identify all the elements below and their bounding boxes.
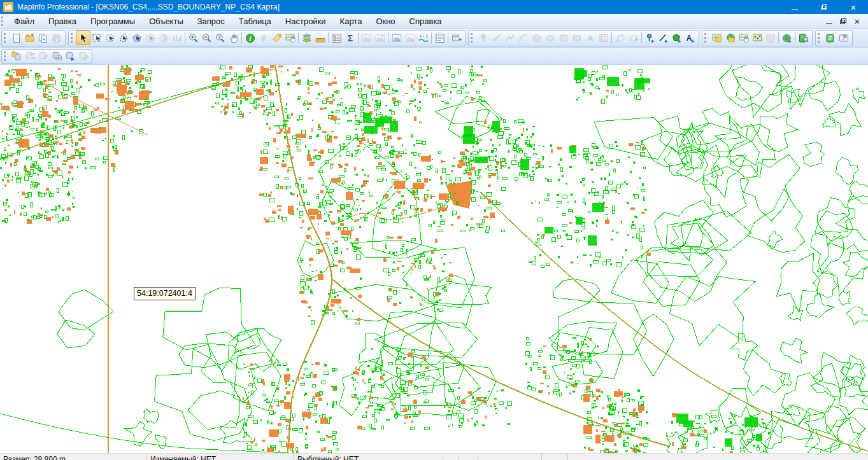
projection-button[interactable]: [780, 31, 793, 45]
mdi-restore-icon: [840, 18, 846, 24]
menu-objects[interactable]: Объекты: [142, 15, 190, 28]
toolbar-separator: [641, 32, 642, 43]
chart-icon: [752, 33, 762, 43]
polyline-tool: [503, 31, 516, 45]
catalog-search-button[interactable]: [797, 31, 810, 45]
drawing-toolbar: AA: [468, 30, 699, 46]
select-tool[interactable]: [76, 31, 90, 45]
menu-file[interactable]: Файл: [7, 15, 41, 28]
radius-select-tool[interactable]: [103, 31, 117, 45]
new-table-button[interactable]: [10, 31, 23, 45]
open-table-tool[interactable]: [710, 31, 723, 45]
close-button[interactable]: ×: [839, 0, 868, 14]
drawing-toolbar-grip[interactable]: [471, 33, 474, 43]
zoom-out-tool[interactable]: [200, 31, 213, 45]
scale-bar-button[interactable]: 15: [416, 31, 430, 45]
symbol-style-button[interactable]: [643, 31, 657, 45]
notes-icon: [825, 33, 836, 43]
sel-graph-icon: [172, 33, 182, 43]
toolbar-separator: [448, 32, 448, 43]
map-window[interactable]: 54:19:072401:4: [0, 65, 868, 453]
zoom-in-tool[interactable]: [187, 31, 200, 45]
layer-control-button[interactable]: [300, 31, 313, 45]
window-title: MapInfo Professional - [OKSN06_CS4,...,S…: [17, 3, 280, 11]
tag-icon: [272, 33, 282, 43]
mdi-restore-button[interactable]: [839, 17, 848, 25]
menu-edit[interactable]: Правка: [41, 15, 83, 28]
minimize-button[interactable]: [780, 0, 809, 14]
menu-options[interactable]: Настройки: [278, 15, 333, 28]
menu-help[interactable]: Справка: [402, 15, 449, 28]
map-hand2-icon: [739, 33, 749, 43]
ruler-tool[interactable]: [313, 31, 327, 45]
menu-programs[interactable]: Программы: [83, 15, 142, 28]
assign-selected-objects-button: [373, 31, 387, 45]
legend-button[interactable]: [330, 31, 343, 45]
rounded-rectangle-tool: [570, 31, 583, 45]
refresh-dbms-button: [23, 50, 36, 63]
standard-toolbar-grip[interactable]: [4, 33, 7, 43]
sel-bound-icon: [132, 33, 142, 43]
tools-toolbar-grip[interactable]: [818, 33, 821, 43]
clip-region-toggle[interactable]: [390, 31, 403, 45]
label-tool[interactable]: [270, 31, 283, 45]
new-district-window-button[interactable]: [450, 31, 463, 45]
rectangle-tool: [557, 31, 570, 45]
open-web-service-tool[interactable]: [723, 31, 737, 45]
text-style-button[interactable]: A: [683, 31, 697, 45]
hand-icon: [229, 33, 239, 43]
st-text-icon: A: [685, 33, 695, 43]
clip-set-icon: [405, 33, 415, 43]
change-zoom-tool[interactable]: ?: [213, 31, 227, 45]
sel-invert-icon: [159, 33, 169, 43]
create-points-tool[interactable]: [750, 31, 764, 45]
zoom-in-icon: [189, 33, 199, 43]
svg-text:A: A: [587, 34, 594, 43]
poly-icon: [532, 33, 542, 43]
arc-icon: [518, 33, 529, 43]
toolbar-separator: [795, 32, 795, 43]
mapinfo-app-icon: [3, 2, 13, 12]
menu-query[interactable]: Запрос: [190, 15, 232, 28]
mdi-close-button[interactable]: ×: [853, 17, 862, 25]
boundary-select-tool[interactable]: [130, 31, 143, 45]
st-poly-icon: [672, 33, 682, 43]
add-node-button: [627, 31, 640, 45]
print-button: [50, 31, 63, 45]
line-style-button[interactable]: [657, 31, 670, 45]
menu-map[interactable]: Карта: [333, 15, 369, 28]
pan-tool[interactable]: [227, 31, 240, 45]
graph-select-tool: [170, 31, 183, 45]
open-dbms-table-tool[interactable]: [737, 31, 750, 45]
application-window: MapInfo Professional - [OKSN06_CS4,...,S…: [0, 0, 868, 460]
mdi-minimize-button[interactable]: [825, 17, 834, 25]
dbms-connection-button[interactable]: [63, 50, 76, 63]
dbms-toolbar-grip[interactable]: [4, 52, 7, 61]
polygon-tool: [530, 31, 543, 45]
region-style-button[interactable]: [670, 31, 683, 45]
main-toolbar-grip[interactable]: [71, 33, 74, 43]
notes-tool[interactable]: [823, 31, 837, 45]
pline-icon: [505, 33, 515, 43]
legend-window-button[interactable]: [433, 31, 446, 45]
menu-table[interactable]: Таблица: [232, 15, 278, 28]
dbms-table-button[interactable]: abc: [50, 50, 63, 63]
open-dbms-button[interactable]: [10, 50, 23, 63]
menu-grip: [1, 17, 4, 26]
menu-window[interactable]: Окно: [369, 15, 402, 28]
statistics-button[interactable]: Σ: [343, 31, 357, 45]
marquee-select-tool[interactable]: [90, 31, 103, 45]
map-canvas[interactable]: [0, 65, 868, 453]
tool-options-button[interactable]: [837, 31, 850, 45]
polygon-select-tool[interactable]: [117, 31, 130, 45]
clip-icon: [392, 33, 402, 43]
wrench-icon: [839, 33, 849, 43]
restore-button[interactable]: [809, 0, 839, 14]
save-copy-button[interactable]: [36, 31, 50, 45]
reshape-button: [613, 31, 627, 45]
hotlink-tool: [257, 31, 270, 45]
web-services-toolbar-grip[interactable]: [704, 33, 708, 43]
drag-map-window-tool[interactable]: [283, 31, 297, 45]
open-button[interactable]: [23, 31, 36, 45]
info-tool[interactable]: i: [243, 31, 257, 45]
